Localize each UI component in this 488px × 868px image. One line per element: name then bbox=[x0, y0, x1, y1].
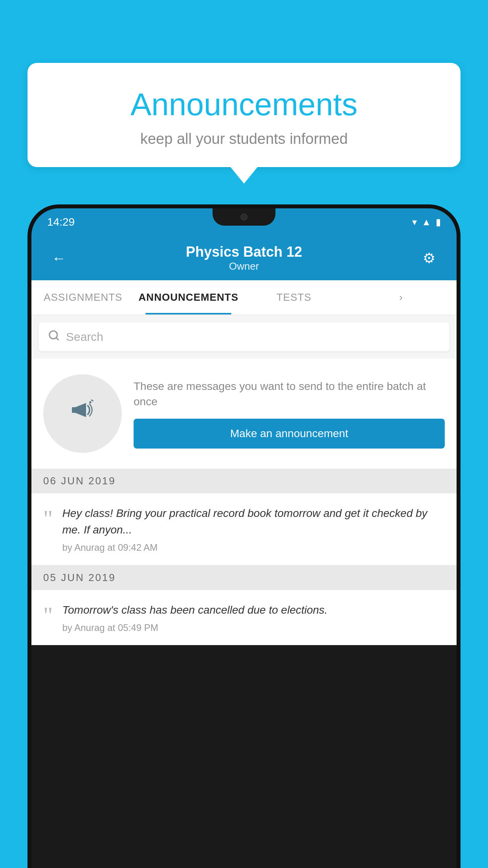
app-header: ← Physics Batch 12 Owner ⚙ bbox=[31, 236, 457, 280]
bubble-title: Announcements bbox=[47, 86, 441, 123]
camera-dot bbox=[240, 213, 248, 221]
search-placeholder: Search bbox=[66, 330, 103, 344]
header-title: Physics Batch 12 bbox=[71, 244, 417, 260]
search-icon bbox=[48, 329, 60, 344]
announcement-promo: These are messages you want to send to t… bbox=[31, 359, 457, 469]
content-area: Search bbox=[31, 315, 457, 645]
phone-frame: 14:29 ▾ ▲ ▮ ← Physics Batch 12 Owner ⚙ A… bbox=[28, 204, 460, 868]
announcement-meta-1: by Anurag at 09:42 AM bbox=[62, 542, 445, 553]
tab-tests[interactable]: TESTS bbox=[242, 280, 346, 314]
tab-more[interactable]: › bbox=[345, 280, 457, 314]
notch bbox=[213, 208, 275, 226]
announcement-text-1: Hey class! Bring your practical record b… bbox=[62, 505, 445, 538]
svg-rect-2 bbox=[72, 407, 76, 412]
quote-icon-1: " bbox=[43, 507, 53, 530]
date-separator-2: 05 JUN 2019 bbox=[31, 565, 457, 590]
quote-icon-2: " bbox=[43, 603, 53, 627]
promo-description: These are messages you want to send to t… bbox=[134, 379, 445, 409]
header-center: Physics Batch 12 Owner bbox=[71, 244, 417, 272]
promo-icon-circle bbox=[43, 374, 122, 453]
svg-point-3 bbox=[89, 401, 91, 403]
announcement-text-wrap-1: Hey class! Bring your practical record b… bbox=[62, 505, 445, 553]
status-time: 14:29 bbox=[47, 216, 75, 228]
bubble-subtitle: keep all your students informed bbox=[47, 131, 441, 147]
status-bar: 14:29 ▾ ▲ ▮ bbox=[31, 208, 457, 236]
tab-assignments[interactable]: ASSIGNMENTS bbox=[31, 280, 135, 314]
date-separator-1: 06 JUN 2019 bbox=[31, 469, 457, 493]
tab-announcements[interactable]: ANNOUNCEMENTS bbox=[135, 280, 242, 314]
back-button[interactable]: ← bbox=[47, 250, 71, 267]
tabs-bar: ASSIGNMENTS ANNOUNCEMENTS TESTS › bbox=[31, 280, 457, 315]
header-subtitle: Owner bbox=[71, 260, 417, 272]
announcement-meta-2: by Anurag at 05:49 PM bbox=[62, 622, 328, 633]
svg-point-5 bbox=[91, 399, 93, 401]
announcement-item-1: " Hey class! Bring your practical record… bbox=[31, 493, 457, 565]
gear-icon[interactable]: ⚙ bbox=[417, 250, 441, 267]
make-announcement-button[interactable]: Make an announcement bbox=[134, 419, 445, 449]
wifi-icon: ▾ bbox=[412, 217, 417, 228]
megaphone-icon bbox=[65, 392, 100, 435]
announcement-item-2: " Tomorrow's class has been cancelled du… bbox=[31, 590, 457, 645]
announcement-text-2: Tomorrow's class has been cancelled due … bbox=[62, 602, 328, 618]
speech-bubble: Announcements keep all your students inf… bbox=[28, 63, 460, 167]
svg-line-1 bbox=[56, 338, 58, 340]
battery-icon: ▮ bbox=[436, 217, 441, 228]
announcement-text-wrap-2: Tomorrow's class has been cancelled due … bbox=[62, 602, 328, 633]
promo-right: These are messages you want to send to t… bbox=[134, 379, 445, 449]
search-bar[interactable]: Search bbox=[39, 322, 449, 351]
signal-icon: ▲ bbox=[422, 217, 431, 228]
status-icons: ▾ ▲ ▮ bbox=[412, 217, 441, 228]
